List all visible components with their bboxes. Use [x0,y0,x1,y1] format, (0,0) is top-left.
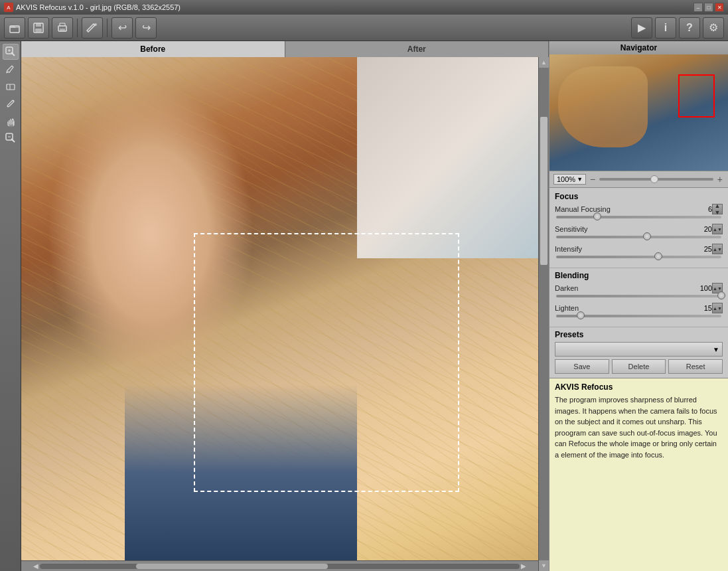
manual-focusing-slider-row [555,216,723,218]
canvas-area: Before After [21,41,549,571]
lighten-label: Lighten [555,304,689,312]
darken-label: Darken [555,284,689,292]
open-button[interactable] [4,17,25,39]
presets-dropdown[interactable]: ▼ [555,342,723,357]
lighten-slider[interactable] [556,315,721,317]
undo-button[interactable]: ↩ [111,17,133,39]
main-layout: Before After [0,41,728,571]
before-tab[interactable]: Before [21,41,285,57]
app-icon: A [4,3,13,12]
toolbar-separator-2 [107,19,108,37]
redo-button[interactable]: ↪ [135,17,157,39]
darken-slider[interactable] [556,295,721,297]
sensitivity-spinner[interactable]: ▲▼ [712,224,723,234]
h-scrollbar-thumb[interactable] [136,564,328,569]
zoom-tool[interactable] [3,44,19,60]
canvas-tabs: Before After [21,41,549,57]
main-toolbar: ↩ ↪ ▶ i ? ⚙ [0,15,728,41]
darken-slider-row [555,295,723,297]
intensify-slider[interactable] [556,256,721,258]
minimize-button[interactable]: – [693,3,703,12]
scroll-down-arrow[interactable]: ▼ [539,560,549,571]
blending-label: Blending [555,271,723,280]
intensify-slider-row [555,256,723,258]
window-title: AKVIS Refocus v.1.0 - girl.jpg (RGB/8, 3… [16,3,181,11]
reset-preset-button[interactable]: Reset [668,359,723,374]
manual-focusing-row: Manual Focusing 6 ▲▼ [555,204,723,214]
hand-tool[interactable] [3,113,19,129]
intensify-spinner[interactable]: ▲▼ [712,244,723,254]
navigator-selection-rect [678,74,715,118]
zoom-slider-thumb[interactable] [650,175,658,183]
info-button[interactable]: i [655,17,676,39]
info-section: AKVIS Refocus The program improves sharp… [549,378,728,571]
darken-value: 100 [689,284,712,292]
maximize-button[interactable]: □ [704,3,713,12]
focus-label: Focus [555,192,723,201]
sensitivity-slider[interactable] [556,236,721,238]
intensify-value: 25 [689,245,712,253]
intensify-thumb[interactable] [654,252,662,260]
after-tab[interactable]: After [285,41,549,57]
save-button[interactable] [28,17,49,39]
horizontal-scrollbar[interactable]: ◀ ▶ [21,560,538,571]
darken-thumb[interactable] [717,291,725,299]
help-button[interactable]: ? [679,17,700,39]
info-text: The program improves sharpness of blurre… [555,394,723,460]
focus-section: Focus Manual Focusing 6 ▲▼ Sensitivity 2… [549,188,728,268]
zoom-out-tool[interactable] [3,130,19,146]
sensitivity-thumb[interactable] [643,232,651,240]
zoom-minus-button[interactable]: − [589,174,597,185]
manual-focusing-slider[interactable] [556,216,721,218]
lighten-spinner[interactable]: ▲▼ [712,303,723,313]
scroll-up-arrow[interactable]: ▲ [539,57,549,68]
left-tools-panel [0,41,21,571]
brush-tool[interactable] [3,61,19,77]
zoom-slider-track[interactable] [599,178,713,181]
zoom-dropdown-arrow[interactable]: ▼ [577,176,583,183]
navigator-preview[interactable] [549,54,728,171]
run-button[interactable]: ▶ [631,17,652,39]
zoom-display[interactable]: 100% ▼ [553,174,586,185]
h-scrollbar-track[interactable] [40,564,520,569]
lighten-thumb[interactable] [577,311,585,319]
manual-focusing-spinner[interactable]: ▲▼ [712,204,723,214]
navigator-zoom-bar: 100% ▼ − + [549,171,728,187]
vertical-scrollbar[interactable]: ▲ ▼ [538,57,549,571]
delete-preset-button[interactable]: Delete [612,359,666,374]
blending-section: Blending Darken 100 ▲▼ Lighten 15 ▲▼ [549,268,728,327]
navigator-section: Navigator 100% ▼ − + [549,41,728,188]
close-button[interactable]: ✕ [715,3,724,12]
manual-focusing-label: Manual Focusing [555,205,689,213]
save-preset-button[interactable]: Save [555,359,609,374]
sensitivity-label: Sensitivity [555,225,689,233]
zoom-plus-button[interactable]: + [716,174,724,185]
navigator-header: Navigator [549,41,728,54]
presets-arrow-icon[interactable]: ▼ [713,346,719,353]
svg-point-6 [94,23,97,26]
v-scrollbar-track[interactable] [539,68,549,560]
settings-button[interactable]: ⚙ [703,17,724,39]
presets-label: Presets [555,330,723,339]
sensitivity-value: 20 [689,225,712,233]
svg-rect-11 [7,84,15,90]
svg-rect-3 [35,29,42,32]
presets-buttons: Save Delete Reset [555,359,723,374]
pencil-tool[interactable] [3,96,19,112]
presets-section: Presets ▼ Save Delete Reset [549,327,728,378]
manual-focusing-value: 6 [689,205,712,213]
title-bar: A AKVIS Refocus v.1.0 - girl.jpg (RGB/8,… [0,0,728,15]
scroll-left-arrow[interactable]: ◀ [32,562,40,570]
manual-focusing-thumb[interactable] [593,212,601,220]
lighten-slider-row [555,315,723,317]
darken-row: Darken 100 ▲▼ [555,283,723,293]
print-button[interactable] [52,17,73,39]
paint-button[interactable] [82,17,103,39]
right-panel: Navigator 100% ▼ − + Foc [549,41,728,571]
v-scrollbar-thumb[interactable] [540,117,547,265]
info-title: AKVIS Refocus [555,382,723,392]
canvas-container[interactable] [21,57,538,560]
lighten-value: 15 [689,304,712,312]
eraser-tool[interactable] [3,78,19,94]
scroll-right-arrow[interactable]: ▶ [520,562,528,570]
